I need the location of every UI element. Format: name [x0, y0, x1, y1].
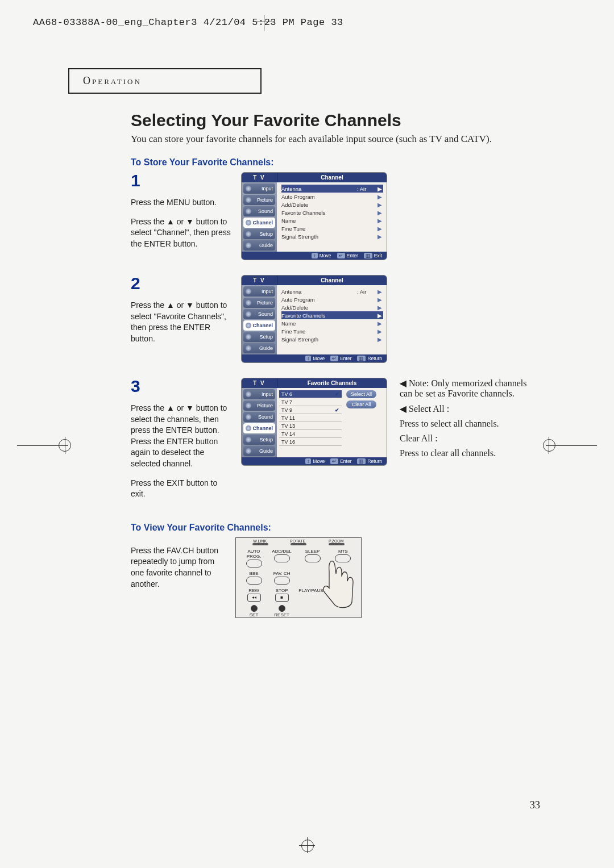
fav-ch-16: TV 16: [281, 439, 295, 445]
osd3-list: TV 6✔ TV 7 TV 9✔ TV 11 TV 13 TV 14 TV 16: [279, 390, 342, 455]
osd2-panel: Antenna: Air▶ Auto Program▶ Add/Delete▶ …: [277, 285, 387, 354]
scan-header: AA68-03388A-00_eng_Chapter3 4/21/04 5:23…: [33, 17, 343, 28]
crop-mark-left: [17, 434, 68, 457]
view-step: Press the FAV.CH button repeatedly to ju…: [131, 537, 557, 618]
view-step-line: Press the FAV.CH button repeatedly to ju…: [131, 546, 218, 589]
osd-row-adddel: Add/Delete: [281, 202, 377, 208]
step-1-text: 1 Press the MENU button. Press the ▲ or …: [131, 172, 233, 257]
osd-step-3: T V Favorite Channels Input Picture Soun…: [241, 378, 387, 466]
osd2-title: Channel: [277, 276, 387, 285]
osd-row-fine: Fine Tune: [281, 226, 377, 232]
osd3-tv: T V: [242, 378, 277, 388]
triangle-icon: ▶: [400, 403, 406, 414]
osd-footer-enter: Enter: [347, 253, 358, 258]
osd3-sb-sound: Sound: [258, 414, 273, 420]
step-1-line-b: Press the ▲ or ▼ button to select "Chann…: [131, 217, 231, 248]
content: Selecting Your Favorite Channels You can…: [131, 111, 557, 618]
osd-sb-sound: Sound: [258, 208, 273, 214]
osd2-sb-setup: Setup: [259, 334, 273, 340]
osd2-sidebar: Input Picture Sound Channel Setup Guide: [242, 285, 277, 354]
osd3-sb-picture: Picture: [257, 403, 273, 408]
step-2: 2 Press the ▲ or ▼ button to select "Fav…: [131, 275, 557, 363]
intro-text: You can store your favorite channels for…: [131, 133, 557, 145]
osd-row-antenna: Antenna: [281, 186, 357, 192]
section-tab: Operation: [68, 68, 262, 94]
osd-footer: ↕Move ↵Enter ▥Exit: [242, 252, 387, 260]
osd-row-name: Name: [281, 218, 377, 224]
remote-bbe: BBE: [250, 571, 259, 576]
osd2-sb-sound: Sound: [258, 311, 273, 317]
remote-lbl-pzoom: P.ZOOM: [329, 539, 344, 543]
osd2-footer: ↕Move ↵Enter ▥Return: [242, 354, 387, 362]
osd-row-signal: Signal Strength: [281, 233, 377, 240]
remote-lbl-rotate: ROTATE: [290, 539, 305, 543]
osd2-footer-move: Move: [313, 356, 325, 361]
view-heading: To View Your Favorite Channels:: [131, 523, 557, 533]
fav-ch-14: TV 14: [281, 431, 295, 437]
note-2-body: Press to select all channels.: [400, 419, 536, 429]
osd3-footer: ↕Move ↵Enter ▥Return: [242, 457, 387, 465]
osd3-sb-guide: Guide: [259, 448, 273, 454]
note-3-title: Clear All :: [400, 433, 536, 444]
osd-sb-setup: Setup: [259, 231, 273, 237]
page: AA68-03388A-00_eng_Chapter3 4/21/04 5:23…: [0, 0, 614, 868]
osd2-row-signal: Signal Strength: [281, 336, 377, 343]
osd2-row-fav: Favorite Channels: [281, 312, 377, 319]
fav-ch-6: TV 6: [281, 391, 292, 397]
step-2-text: 2 Press the ▲ or ▼ button to select "Fav…: [131, 275, 233, 352]
osd-sb-input: Input: [262, 186, 273, 191]
remote-illustration: W.LINK ROTATE P.ZOOM AUTO PROG. ADD/DEL …: [235, 537, 362, 618]
osd2-row-adddel: Add/Delete: [281, 304, 377, 311]
remote-autoprog: AUTO PROG.: [243, 549, 265, 559]
osd3-title: Favorite Channels: [277, 378, 387, 388]
remote-favch: FAV. CH: [273, 571, 291, 576]
step-2-line: Press the ▲ or ▼ button to select "Favor…: [131, 301, 227, 343]
note-3-body: Press to clear all channels.: [400, 448, 536, 458]
store-heading: To Store Your Favorite Channels:: [131, 157, 557, 168]
step-1-number: 1: [131, 172, 233, 189]
osd3-buttons: Select All Clear All: [346, 390, 376, 455]
osd3-sidebar: Input Picture Sound Channel Setup Guide: [242, 388, 277, 457]
step-3-line-a: Press the ▲ or ▼ button to select the ch…: [131, 403, 227, 468]
remote-set: SET: [250, 612, 259, 617]
triangle-icon: ▶: [400, 378, 406, 389]
remote-stop: STOP: [276, 588, 288, 593]
osd-sb-channel: Channel: [252, 220, 273, 226]
osd2-tv: T V: [242, 276, 277, 285]
osd-step-2: T V Channel Input Picture Sound Channel …: [241, 275, 387, 363]
fav-ch-13: TV 13: [281, 423, 295, 429]
osd3-sb-channel: Channel: [252, 425, 273, 431]
osd2-footer-return: Return: [367, 356, 382, 361]
hand-icon: [318, 548, 358, 611]
osd2-row-antenna-val: : Air: [357, 289, 377, 295]
osd2-sb-guide: Guide: [259, 345, 273, 351]
sheet: Operation Selecting Your Favorite Channe…: [68, 68, 557, 817]
step-1: 1 Press the MENU button. Press the ▲ or …: [131, 172, 557, 260]
remote-reset: RESET: [274, 612, 289, 617]
osd2-row-antenna: Antenna: [281, 289, 357, 295]
osd-row-autoprog: Auto Program: [281, 194, 377, 200]
note-1: Note: Only memorized channels can be set…: [400, 378, 527, 398]
osd3-sb-setup: Setup: [259, 437, 273, 443]
osd-row-fav: Favorite Channels: [281, 210, 377, 216]
step-3-text: 3 Press the ▲ or ▼ button to select the …: [131, 378, 233, 508]
note-2-title: Select All :: [409, 404, 449, 414]
fav-ch-9: TV 9: [281, 407, 292, 413]
side-notes: ▶Note: Only memorized channels can be se…: [400, 378, 536, 463]
osd2-footer-enter: Enter: [340, 356, 351, 361]
step-3-line-b: Press the EXIT button to exit.: [131, 478, 217, 499]
osd-sb-guide: Guide: [259, 243, 273, 248]
osd2-sb-channel: Channel: [252, 323, 273, 328]
fav-ch-11: TV 11: [281, 415, 295, 421]
crop-mark-top: [257, 15, 271, 28]
osd-footer-move: Move: [320, 253, 331, 258]
osd-sidebar: Input Picture Sound Channel Setup Guide: [242, 182, 277, 252]
osd3-sb-input: Input: [262, 391, 273, 397]
crop-mark-bottom: [299, 837, 315, 853]
page-number: 33: [530, 799, 540, 811]
view-step-text: Press the FAV.CH button repeatedly to ju…: [131, 537, 227, 598]
remote-rew: REW: [248, 588, 259, 593]
step-2-number: 2: [131, 275, 233, 292]
osd-sb-picture: Picture: [257, 197, 273, 203]
osd3-footer-enter: Enter: [340, 458, 351, 464]
